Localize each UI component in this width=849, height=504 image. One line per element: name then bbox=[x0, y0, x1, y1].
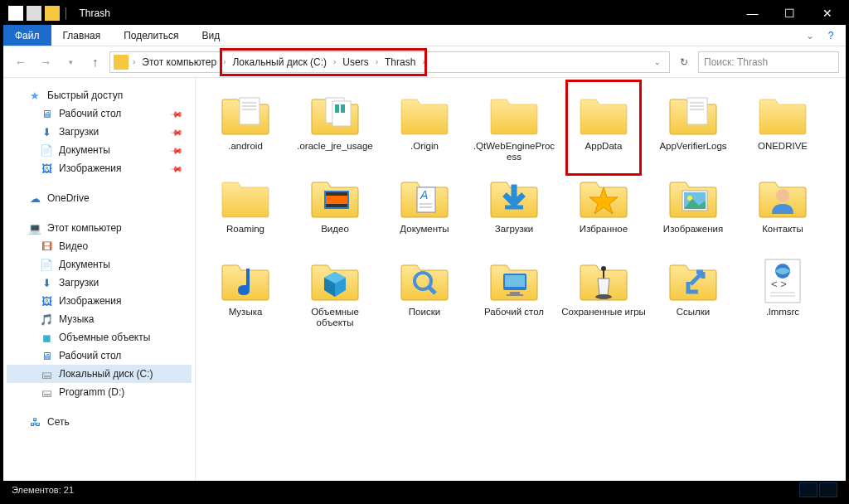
svg-text:< >: < > bbox=[771, 278, 787, 290]
folder-item[interactable]: Загрузки bbox=[469, 171, 559, 254]
sidebar-this-pc[interactable]: 💻Этот компьютер bbox=[7, 219, 192, 237]
svg-rect-0 bbox=[240, 98, 260, 124]
ribbon-collapse-icon[interactable]: ⌄ bbox=[803, 25, 817, 46]
ribbon-tab-share[interactable]: Поделиться bbox=[112, 25, 190, 46]
folder-icon bbox=[305, 257, 365, 305]
sidebar-item-documents[interactable]: 📄Документы📌 bbox=[7, 141, 192, 159]
close-button[interactable]: ✕ bbox=[808, 2, 846, 25]
folder-item[interactable]: .oracle_jre_usage bbox=[290, 88, 380, 171]
help-icon[interactable]: ? bbox=[821, 25, 841, 46]
sidebar-item-desktop-pc[interactable]: 🖥Рабочий стол bbox=[7, 346, 192, 365]
sidebar-item-3d[interactable]: ◼Объемные объекты bbox=[7, 328, 192, 346]
folder-icon bbox=[305, 174, 365, 222]
folder-item[interactable]: Поиски bbox=[380, 254, 469, 337]
folder-label: Музыка bbox=[229, 307, 263, 317]
sidebar-item-music[interactable]: 🎵Музыка bbox=[7, 310, 192, 328]
folder-item[interactable]: Музыка bbox=[201, 254, 290, 337]
folder-item[interactable]: .Origin bbox=[380, 88, 469, 171]
desktop-icon: 🖥 bbox=[40, 107, 53, 120]
breadcrumb-drive-c[interactable]: Локальный диск (C:) bbox=[228, 52, 331, 72]
folder-item[interactable]: ONEDRIVE bbox=[738, 88, 827, 171]
sidebar-quick-access[interactable]: ★ Быстрый доступ bbox=[7, 86, 192, 104]
folder-item[interactable]: Roaming bbox=[201, 171, 290, 254]
folder-label: AppData bbox=[585, 141, 623, 152]
folder-item[interactable]: Избранное bbox=[559, 171, 648, 254]
address-dropdown-icon[interactable]: ⌄ bbox=[649, 58, 666, 66]
status-bar: Элементов: 21 bbox=[3, 481, 846, 499]
folder-item[interactable]: Видео bbox=[290, 171, 380, 254]
folder-item[interactable]: .QtWebEngineProcess bbox=[469, 88, 559, 171]
address-bar[interactable]: › Этот компьютер › Локальный диск (C:) ›… bbox=[109, 51, 670, 73]
quick-doc-icon[interactable] bbox=[27, 6, 41, 21]
ribbon-tab-file[interactable]: Файл bbox=[3, 25, 51, 46]
sidebar: ★ Быстрый доступ 🖥Рабочий стол📌 ⬇Загрузк… bbox=[3, 78, 196, 481]
folder-label: Roaming bbox=[226, 224, 264, 235]
sidebar-item-documents-pc[interactable]: 📄Документы bbox=[7, 255, 192, 274]
folder-item[interactable]: Рабочий стол bbox=[469, 254, 559, 337]
sidebar-item-drive-d[interactable]: 🖴Programm (D:) bbox=[7, 383, 192, 401]
sidebar-network[interactable]: 🖧Сеть bbox=[7, 413, 192, 431]
breadcrumb-users[interactable]: Users bbox=[338, 52, 372, 72]
folder-item[interactable]: AДокументы bbox=[380, 171, 469, 254]
maximize-button[interactable]: ☐ bbox=[771, 2, 808, 25]
folder-icon bbox=[395, 91, 454, 139]
sidebar-item-downloads-pc[interactable]: ⬇Загрузки bbox=[7, 274, 192, 292]
sidebar-item-pictures-pc[interactable]: 🖼Изображения bbox=[7, 292, 192, 310]
music-icon: 🎵 bbox=[40, 313, 53, 326]
search-placeholder: Поиск: Thrash bbox=[704, 56, 768, 68]
download-icon: ⬇ bbox=[40, 276, 53, 289]
view-details-button[interactable] bbox=[799, 482, 817, 497]
folder-label: Ссылки bbox=[677, 307, 711, 317]
svg-rect-6 bbox=[335, 104, 339, 113]
nav-back-button[interactable]: ← bbox=[10, 51, 32, 73]
svg-point-23 bbox=[776, 189, 789, 202]
folder-item[interactable]: AppVerifierLogs bbox=[648, 88, 738, 171]
ribbon-tab-home[interactable]: Главная bbox=[51, 25, 113, 46]
refresh-button[interactable]: ↻ bbox=[673, 51, 695, 73]
folder-item[interactable]: Изображения bbox=[648, 171, 738, 254]
folder-icon bbox=[753, 91, 813, 139]
folder-item[interactable]: AppData bbox=[559, 88, 648, 171]
onedrive-icon: ☁ bbox=[28, 191, 41, 205]
folder-item[interactable]: .android bbox=[201, 88, 290, 171]
folder-icon bbox=[484, 91, 544, 139]
folder-label: AppVerifierLogs bbox=[659, 141, 726, 152]
nav-history-dropdown[interactable]: ▾ bbox=[60, 51, 81, 73]
sidebar-item-desktop[interactable]: 🖥Рабочий стол📌 bbox=[7, 104, 192, 123]
sidebar-item-downloads[interactable]: ⬇Загрузки📌 bbox=[7, 123, 192, 141]
folder-icon bbox=[574, 91, 633, 139]
folder-item[interactable]: Сохраненные игры bbox=[559, 254, 648, 337]
svg-rect-29 bbox=[507, 294, 523, 296]
pin-icon: 📌 bbox=[170, 143, 183, 157]
svg-text:A: A bbox=[420, 188, 428, 201]
folder-item[interactable]: < >.lmmsrc bbox=[738, 254, 827, 337]
folder-label: .android bbox=[228, 141, 263, 152]
folder-item[interactable]: Ссылки bbox=[648, 254, 738, 337]
breadcrumb-this-pc[interactable]: Этот компьютер bbox=[138, 52, 221, 72]
folder-icon bbox=[216, 257, 275, 305]
ribbon-tab-view[interactable]: Вид bbox=[190, 25, 231, 46]
minimize-button[interactable]: — bbox=[734, 2, 771, 25]
sidebar-item-pictures[interactable]: 🖼Изображения📌 bbox=[7, 159, 192, 177]
folder-icon bbox=[484, 174, 544, 222]
sidebar-item-video[interactable]: 🎞Видео bbox=[7, 237, 192, 255]
pin-icon: 📌 bbox=[170, 162, 183, 175]
folder-label: Изображения bbox=[663, 224, 723, 235]
folder-label: Видео bbox=[321, 224, 349, 235]
titlebar: │ Thrash — ☐ ✕ bbox=[3, 2, 846, 25]
sidebar-onedrive[interactable]: ☁OneDrive bbox=[7, 189, 192, 207]
address-folder-icon bbox=[114, 55, 129, 70]
breadcrumb-thrash[interactable]: Thrash bbox=[381, 52, 420, 72]
svg-rect-28 bbox=[510, 292, 520, 294]
quick-folder-icon[interactable] bbox=[45, 6, 60, 21]
view-icons-button[interactable] bbox=[819, 482, 837, 497]
folder-item[interactable]: Контакты bbox=[738, 171, 827, 254]
document-icon: 📄 bbox=[40, 258, 53, 271]
svg-rect-14 bbox=[326, 192, 347, 196]
sidebar-item-drive-c[interactable]: 🖴Локальный диск (C:) bbox=[7, 365, 192, 383]
status-count: Элементов: 21 bbox=[12, 485, 74, 495]
folder-item[interactable]: Объемные объекты bbox=[290, 254, 380, 337]
nav-forward-button[interactable]: → bbox=[35, 51, 56, 73]
nav-up-button[interactable]: ↑ bbox=[85, 51, 106, 73]
search-input[interactable]: Поиск: Thrash bbox=[698, 51, 839, 73]
